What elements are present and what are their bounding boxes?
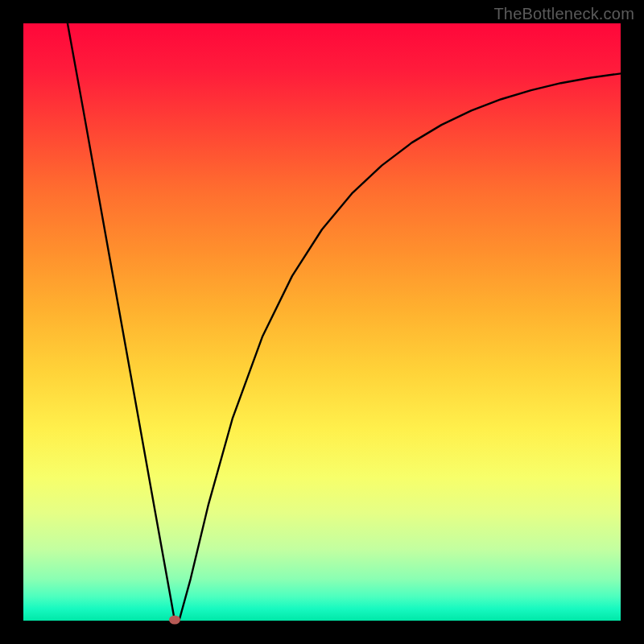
curve-layer <box>23 23 621 621</box>
curve-left-branch <box>68 23 175 620</box>
watermark-text: TheBottleneck.com <box>493 5 634 23</box>
minimum-marker-dot <box>169 615 180 624</box>
chart-frame: TheBottleneck.com <box>0 0 644 644</box>
curve-right-branch <box>180 73 621 620</box>
